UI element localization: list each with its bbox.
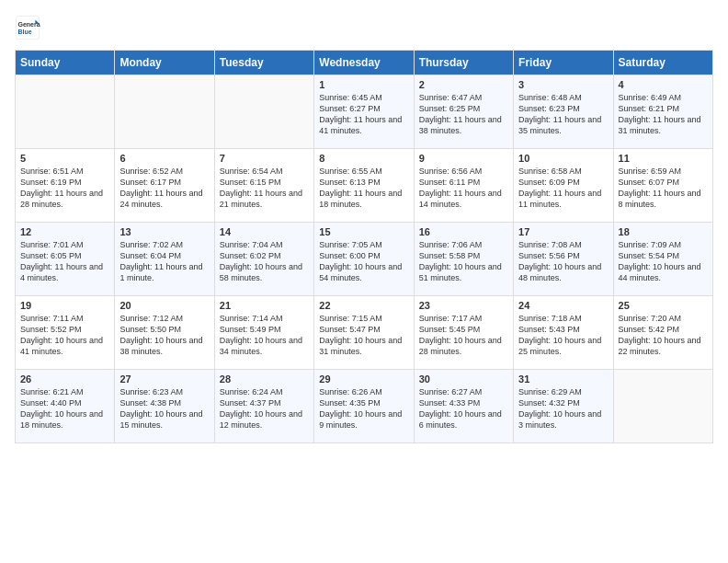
day-content: Sunrise: 7:14 AM Sunset: 5:49 PM Dayligh… [220, 313, 309, 358]
day-number: 29 [319, 373, 408, 385]
day-number: 2 [419, 79, 508, 90]
day-content: Sunrise: 7:08 AM Sunset: 5:56 PM Dayligh… [518, 239, 608, 284]
day-number: 8 [319, 153, 408, 164]
calendar-cell: 25Sunrise: 7:20 AM Sunset: 5:42 PM Dayli… [613, 296, 712, 370]
calendar-cell: 18Sunrise: 7:09 AM Sunset: 5:54 PM Dayli… [613, 223, 712, 296]
day-number: 19 [20, 300, 109, 311]
col-header-wednesday: Wednesday [314, 51, 414, 75]
day-content: Sunrise: 7:15 AM Sunset: 5:47 PM Dayligh… [319, 313, 408, 358]
day-number: 16 [419, 226, 508, 237]
col-header-sunday: Sunday [16, 51, 115, 75]
day-number: 25 [619, 300, 708, 311]
day-content: Sunrise: 7:01 AM Sunset: 6:05 PM Dayligh… [20, 239, 109, 284]
day-number: 1 [319, 79, 408, 90]
svg-rect-0 [16, 16, 39, 39]
calendar-week-row: 1Sunrise: 6:45 AM Sunset: 6:27 PM Daylig… [16, 75, 713, 149]
calendar-cell: 7Sunrise: 6:54 AM Sunset: 6:15 PM Daylig… [214, 149, 313, 223]
calendar-week-row: 5Sunrise: 6:51 AM Sunset: 6:19 PM Daylig… [16, 149, 713, 223]
calendar-cell [613, 370, 712, 443]
calendar-cell: 15Sunrise: 7:05 AM Sunset: 6:00 PM Dayli… [314, 223, 414, 296]
day-content: Sunrise: 7:05 AM Sunset: 6:00 PM Dayligh… [319, 239, 408, 284]
day-number: 17 [518, 226, 608, 237]
calendar-cell [214, 75, 313, 149]
day-content: Sunrise: 6:21 AM Sunset: 4:40 PM Dayligh… [20, 386, 109, 431]
page-header: General Blue [15, 15, 713, 40]
day-content: Sunrise: 7:09 AM Sunset: 5:54 PM Dayligh… [619, 239, 708, 284]
day-content: Sunrise: 6:52 AM Sunset: 6:17 PM Dayligh… [119, 166, 209, 211]
calendar-cell: 12Sunrise: 7:01 AM Sunset: 6:05 PM Dayli… [16, 223, 115, 296]
day-content: Sunrise: 7:04 AM Sunset: 6:02 PM Dayligh… [220, 239, 309, 284]
day-number: 20 [119, 300, 209, 311]
day-content: Sunrise: 6:56 AM Sunset: 6:11 PM Dayligh… [419, 166, 508, 211]
calendar-week-row: 12Sunrise: 7:01 AM Sunset: 6:05 PM Dayli… [16, 223, 713, 296]
day-content: Sunrise: 6:24 AM Sunset: 4:37 PM Dayligh… [220, 386, 309, 431]
day-number: 23 [419, 300, 508, 311]
day-content: Sunrise: 7:06 AM Sunset: 5:58 PM Dayligh… [419, 239, 508, 284]
calendar-cell: 17Sunrise: 7:08 AM Sunset: 5:56 PM Dayli… [514, 223, 613, 296]
logo-icon: General Blue [15, 15, 40, 40]
day-number: 26 [20, 373, 109, 385]
calendar-cell: 26Sunrise: 6:21 AM Sunset: 4:40 PM Dayli… [16, 370, 115, 443]
calendar-header-row: SundayMondayTuesdayWednesdayThursdayFrid… [16, 51, 713, 75]
col-header-monday: Monday [115, 51, 214, 75]
calendar-cell: 14Sunrise: 7:04 AM Sunset: 6:02 PM Dayli… [214, 223, 313, 296]
day-number: 30 [419, 373, 508, 385]
day-number: 31 [518, 373, 608, 385]
day-content: Sunrise: 7:02 AM Sunset: 6:04 PM Dayligh… [119, 239, 209, 284]
day-content: Sunrise: 6:27 AM Sunset: 4:33 PM Dayligh… [419, 386, 508, 431]
day-content: Sunrise: 7:12 AM Sunset: 5:50 PM Dayligh… [119, 313, 209, 358]
calendar-week-row: 26Sunrise: 6:21 AM Sunset: 4:40 PM Dayli… [16, 370, 713, 443]
day-number: 10 [518, 153, 608, 164]
day-number: 24 [518, 300, 608, 311]
calendar-cell: 1Sunrise: 6:45 AM Sunset: 6:27 PM Daylig… [314, 75, 414, 149]
day-content: Sunrise: 6:45 AM Sunset: 6:27 PM Dayligh… [319, 92, 408, 137]
calendar-cell: 16Sunrise: 7:06 AM Sunset: 5:58 PM Dayli… [414, 223, 513, 296]
calendar-cell: 5Sunrise: 6:51 AM Sunset: 6:19 PM Daylig… [16, 149, 115, 223]
day-content: Sunrise: 6:55 AM Sunset: 6:13 PM Dayligh… [319, 166, 408, 211]
calendar-cell: 4Sunrise: 6:49 AM Sunset: 6:21 PM Daylig… [613, 75, 712, 149]
calendar-cell: 28Sunrise: 6:24 AM Sunset: 4:37 PM Dayli… [214, 370, 313, 443]
day-content: Sunrise: 7:17 AM Sunset: 5:45 PM Dayligh… [419, 313, 508, 358]
day-content: Sunrise: 6:59 AM Sunset: 6:07 PM Dayligh… [619, 166, 708, 211]
day-number: 9 [419, 153, 508, 164]
calendar-cell [115, 75, 214, 149]
day-content: Sunrise: 7:18 AM Sunset: 5:43 PM Dayligh… [518, 313, 608, 358]
calendar-cell: 24Sunrise: 7:18 AM Sunset: 5:43 PM Dayli… [514, 296, 613, 370]
day-content: Sunrise: 6:23 AM Sunset: 4:38 PM Dayligh… [119, 386, 209, 431]
day-number: 28 [220, 373, 309, 385]
day-content: Sunrise: 6:51 AM Sunset: 6:19 PM Dayligh… [20, 166, 109, 211]
calendar-cell: 6Sunrise: 6:52 AM Sunset: 6:17 PM Daylig… [115, 149, 214, 223]
calendar-table: SundayMondayTuesdayWednesdayThursdayFrid… [15, 50, 713, 443]
day-content: Sunrise: 6:26 AM Sunset: 4:35 PM Dayligh… [319, 386, 408, 431]
calendar-cell: 19Sunrise: 7:11 AM Sunset: 5:52 PM Dayli… [16, 296, 115, 370]
day-number: 6 [119, 153, 209, 164]
calendar-week-row: 19Sunrise: 7:11 AM Sunset: 5:52 PM Dayli… [16, 296, 713, 370]
day-content: Sunrise: 6:29 AM Sunset: 4:32 PM Dayligh… [518, 386, 608, 431]
day-content: Sunrise: 6:47 AM Sunset: 6:25 PM Dayligh… [419, 92, 508, 137]
day-content: Sunrise: 6:49 AM Sunset: 6:21 PM Dayligh… [619, 92, 708, 137]
col-header-thursday: Thursday [414, 51, 513, 75]
day-number: 15 [319, 226, 408, 237]
calendar-cell: 21Sunrise: 7:14 AM Sunset: 5:49 PM Dayli… [214, 296, 313, 370]
calendar-cell: 10Sunrise: 6:58 AM Sunset: 6:09 PM Dayli… [514, 149, 613, 223]
day-content: Sunrise: 6:48 AM Sunset: 6:23 PM Dayligh… [518, 92, 608, 137]
day-number: 3 [518, 79, 608, 90]
svg-text:Blue: Blue [18, 29, 32, 35]
day-number: 11 [619, 153, 708, 164]
calendar-cell: 29Sunrise: 6:26 AM Sunset: 4:35 PM Dayli… [314, 370, 414, 443]
day-number: 12 [20, 226, 109, 237]
day-number: 27 [119, 373, 209, 385]
day-number: 14 [220, 226, 309, 237]
calendar-cell: 23Sunrise: 7:17 AM Sunset: 5:45 PM Dayli… [414, 296, 513, 370]
day-content: Sunrise: 7:20 AM Sunset: 5:42 PM Dayligh… [619, 313, 708, 358]
day-content: Sunrise: 6:58 AM Sunset: 6:09 PM Dayligh… [518, 166, 608, 211]
day-number: 5 [20, 153, 109, 164]
calendar-cell: 20Sunrise: 7:12 AM Sunset: 5:50 PM Dayli… [115, 296, 214, 370]
calendar-cell: 27Sunrise: 6:23 AM Sunset: 4:38 PM Dayli… [115, 370, 214, 443]
calendar-cell: 30Sunrise: 6:27 AM Sunset: 4:33 PM Dayli… [414, 370, 513, 443]
day-number: 13 [119, 226, 209, 237]
col-header-friday: Friday [514, 51, 613, 75]
day-number: 7 [220, 153, 309, 164]
col-header-saturday: Saturday [613, 51, 712, 75]
col-header-tuesday: Tuesday [214, 51, 313, 75]
